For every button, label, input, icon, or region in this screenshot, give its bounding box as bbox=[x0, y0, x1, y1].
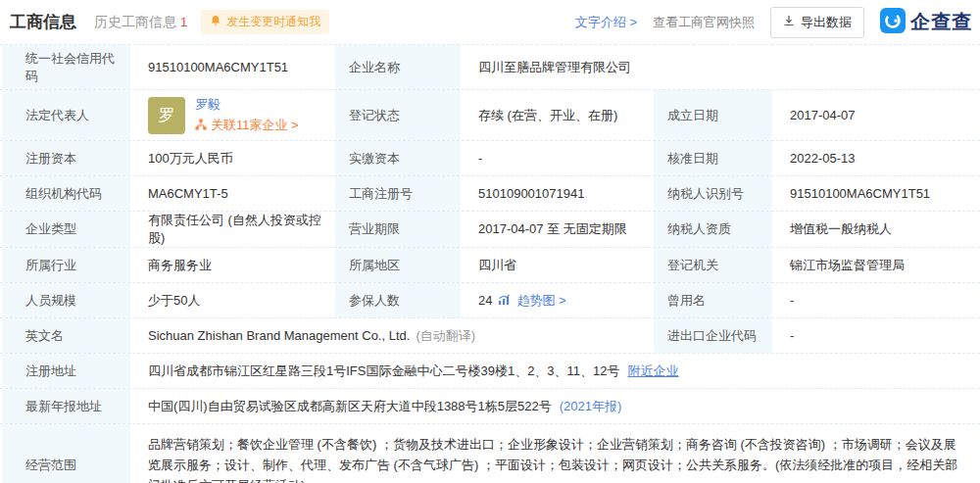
field-value-reg-capital: 100万元人民币 bbox=[132, 141, 333, 175]
qichacha-logo[interactable]: 企查查 bbox=[880, 8, 972, 37]
table-row: 统一社会信用代码 91510100MA6CMY1T51 企业名称 四川至膳品牌管… bbox=[0, 45, 980, 90]
field-label-org-code: 组织机构代码 bbox=[0, 176, 132, 211]
field-value-business-term: 2017-04-07 至 无固定期限 bbox=[463, 212, 652, 247]
notify-change-button[interactable]: 发生变更时通知我 bbox=[201, 10, 329, 34]
field-label-annual-report-address: 最新年报地址 bbox=[0, 389, 132, 423]
table-row: 所属行业 商务服务业 所属地区 四川省 登记机关 锦江市场监督管理局 bbox=[0, 248, 980, 283]
field-label-reg-status: 登记状态 bbox=[333, 90, 463, 140]
section-title: 工商信息 bbox=[10, 11, 76, 33]
field-value-region: 四川省 bbox=[463, 248, 652, 282]
nearby-companies-link[interactable]: 附近企业 bbox=[628, 362, 679, 380]
field-label-establish-date: 成立日期 bbox=[652, 90, 774, 140]
annual-report-address-text: 中国(四川)自由贸易试验区成都高新区天府大道中段1388号1栋5层522号 bbox=[148, 398, 552, 415]
field-value-import-export: - bbox=[774, 318, 980, 353]
field-label-authority: 登记机关 bbox=[652, 248, 774, 282]
field-label-taxpayer-quali: 纳税人资质 bbox=[652, 212, 774, 247]
notify-change-label: 发生变更时通知我 bbox=[226, 14, 320, 30]
tab-history-info[interactable]: 历史工商信息1 bbox=[94, 14, 187, 31]
field-value-business-scope: 品牌营销策划；餐饮企业管理 (不含餐饮) ；货物及技术进出口；企业形象设计；企业… bbox=[132, 424, 980, 483]
field-label-english-name: 英文名 bbox=[0, 318, 132, 353]
field-value-legal-rep: 罗 罗毅 关联11家企业 > bbox=[132, 90, 333, 140]
reg-address-text: 四川省成都市锦江区红星路三段1号IFS国际金融中心二号楼39楼1、2、3、11、… bbox=[148, 362, 620, 380]
table-row: 注册地址 四川省成都市锦江区红星路三段1号IFS国际金融中心二号楼39楼1、2、… bbox=[0, 354, 980, 389]
table-row: 最新年报地址 中国(四川)自由贸易试验区成都高新区天府大道中段1388号1栋5层… bbox=[0, 389, 980, 424]
field-label-credit-code: 统一社会信用代码 bbox=[0, 45, 132, 89]
table-row: 经营范围 品牌营销策划；餐饮企业管理 (不含餐饮) ；货物及技术进出口；企业形象… bbox=[0, 424, 980, 483]
field-label-business-term: 营业期限 bbox=[333, 212, 463, 247]
field-label-business-scope: 经营范围 bbox=[0, 424, 132, 483]
table-row: 企业类型 有限责任公司 (自然人投资或控股) 营业期限 2017-04-07 至… bbox=[0, 212, 980, 248]
field-value-company-type: 有限责任公司 (自然人投资或控股) bbox=[132, 212, 333, 247]
field-label-reg-address: 注册地址 bbox=[0, 354, 132, 388]
field-value-reg-number: 510109001071941 bbox=[463, 176, 652, 211]
export-data-label: 导出数据 bbox=[801, 14, 852, 31]
field-label-region: 所属地区 bbox=[333, 248, 463, 282]
official-snapshot-link[interactable]: 查看工商官网快照 bbox=[653, 14, 755, 31]
table-row: 注册资本 100万元人民币 实缴资本 - 核准日期 2022-05-13 bbox=[0, 141, 980, 176]
field-label-legal-rep: 法定代表人 bbox=[0, 90, 132, 140]
history-count-badge: 1 bbox=[180, 15, 187, 29]
table-row: 组织机构代码 MA6CMY1T-5 工商注册号 510109001071941 … bbox=[0, 176, 980, 212]
brand-name: 企查查 bbox=[910, 9, 972, 35]
field-value-approval-date: 2022-05-13 bbox=[774, 141, 980, 175]
table-row: 人员规模 少于50人 参保人数 24 趋势图 > 曾用名 - bbox=[0, 283, 980, 318]
bell-icon bbox=[210, 15, 221, 29]
field-value-establish-date: 2017-04-07 bbox=[774, 90, 980, 140]
field-label-reg-capital: 注册资本 bbox=[0, 141, 132, 175]
field-value-paid-capital: - bbox=[463, 141, 652, 175]
qichacha-logo-icon bbox=[880, 8, 906, 37]
table-row: 法定代表人 罗 罗毅 关联11家企业 > 登记状态 bbox=[0, 90, 980, 141]
field-value-insured: 24 趋势图 > bbox=[463, 283, 652, 317]
insured-count: 24 bbox=[478, 293, 492, 308]
trend-chart-icon bbox=[498, 293, 511, 309]
field-value-credit-code: 91510100MA6CMY1T51 bbox=[132, 45, 333, 89]
auto-translate-note: (自动翻译) bbox=[416, 327, 475, 345]
association-graph-icon bbox=[195, 119, 207, 133]
tab-history-label: 历史工商信息 bbox=[94, 14, 176, 29]
legal-rep-avatar[interactable]: 罗 bbox=[148, 97, 185, 134]
field-label-staff-size: 人员规模 bbox=[0, 283, 132, 317]
field-label-industry: 所属行业 bbox=[0, 248, 132, 282]
business-info-panel: 工商信息 历史工商信息1 发生变更时通知我 文字介绍 > 查看工商官网快照 导出… bbox=[0, 0, 980, 483]
field-label-import-export: 进出口企业代码 bbox=[652, 318, 774, 353]
legal-rep-name-link[interactable]: 罗毅 bbox=[195, 96, 299, 114]
field-value-reg-status: 存续 (在营、开业、在册) bbox=[463, 90, 652, 140]
section-header: 工商信息 历史工商信息1 发生变更时通知我 文字介绍 > 查看工商官网快照 导出… bbox=[0, 0, 980, 44]
field-value-authority: 锦江市场监督管理局 bbox=[774, 248, 980, 282]
trend-chart-link[interactable]: 趋势图 > bbox=[516, 292, 565, 310]
field-label-company-name: 企业名称 bbox=[333, 45, 463, 89]
field-value-industry: 商务服务业 bbox=[132, 248, 333, 282]
field-label-taxpayer-id: 纳税人识别号 bbox=[652, 176, 774, 211]
field-value-former-name: - bbox=[774, 283, 980, 317]
field-value-taxpayer-quali: 增值税一般纳税人 bbox=[774, 212, 980, 247]
field-value-staff-size: 少于50人 bbox=[132, 283, 333, 317]
english-name-text: Sichuan Zhishan Brand Management Co., Lt… bbox=[148, 328, 410, 343]
annual-report-link[interactable]: (2021年报) bbox=[560, 398, 622, 415]
field-label-approval-date: 核准日期 bbox=[652, 141, 774, 175]
related-companies-link[interactable]: 关联11家企业 > bbox=[211, 117, 299, 134]
field-label-paid-capital: 实缴资本 bbox=[333, 141, 463, 175]
field-label-company-type: 企业类型 bbox=[0, 212, 132, 247]
table-row: 英文名 Sichuan Zhishan Brand Management Co.… bbox=[0, 318, 980, 354]
field-value-annual-report-address: 中国(四川)自由贸易试验区成都高新区天府大道中段1388号1栋5层522号 (2… bbox=[132, 389, 980, 423]
field-label-reg-number: 工商注册号 bbox=[333, 176, 463, 211]
field-value-reg-address: 四川省成都市锦江区红星路三段1号IFS国际金融中心二号楼39楼1、2、3、11、… bbox=[132, 354, 980, 388]
field-value-company-name: 四川至膳品牌管理有限公司 bbox=[463, 45, 980, 89]
field-value-english-name: Sichuan Zhishan Brand Management Co., Lt… bbox=[132, 318, 652, 353]
field-label-former-name: 曾用名 bbox=[652, 283, 774, 317]
field-label-insured: 参保人数 bbox=[333, 283, 463, 317]
download-icon bbox=[783, 15, 795, 29]
export-data-button[interactable]: 导出数据 bbox=[770, 7, 864, 38]
field-value-taxpayer-id: 91510100MA6CMY1T51 bbox=[774, 176, 980, 211]
business-info-table: 统一社会信用代码 91510100MA6CMY1T51 企业名称 四川至膳品牌管… bbox=[0, 44, 980, 483]
field-value-org-code: MA6CMY1T-5 bbox=[132, 176, 333, 211]
text-intro-link[interactable]: 文字介绍 > bbox=[575, 14, 637, 31]
